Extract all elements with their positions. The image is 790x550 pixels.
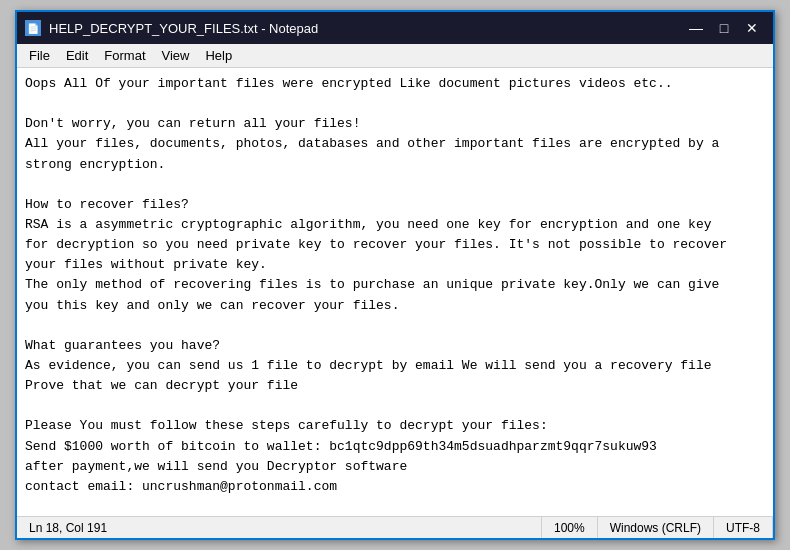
status-position: Ln 18, Col 191	[17, 517, 542, 538]
minimize-button[interactable]: —	[683, 17, 709, 39]
window-title: HELP_DECRYPT_YOUR_FILES.txt - Notepad	[49, 21, 318, 36]
file-content: Oops All Of your important files were en…	[25, 74, 765, 516]
maximize-button[interactable]: □	[711, 17, 737, 39]
app-icon: 📄	[25, 20, 41, 36]
title-bar-left: 📄 HELP_DECRYPT_YOUR_FILES.txt - Notepad	[25, 20, 318, 36]
status-zoom: 100%	[542, 517, 598, 538]
status-encoding: UTF-8	[714, 517, 773, 538]
close-button[interactable]: ✕	[739, 17, 765, 39]
menu-bar: File Edit Format View Help	[17, 44, 773, 68]
status-line-ending: Windows (CRLF)	[598, 517, 714, 538]
menu-edit[interactable]: Edit	[58, 46, 96, 65]
title-bar: 📄 HELP_DECRYPT_YOUR_FILES.txt - Notepad …	[17, 12, 773, 44]
title-bar-controls: — □ ✕	[683, 17, 765, 39]
menu-format[interactable]: Format	[96, 46, 153, 65]
notepad-window: 📄 HELP_DECRYPT_YOUR_FILES.txt - Notepad …	[15, 10, 775, 540]
menu-view[interactable]: View	[154, 46, 198, 65]
status-bar: Ln 18, Col 191 100% Windows (CRLF) UTF-8	[17, 516, 773, 538]
text-editor[interactable]: Oops All Of your important files were en…	[17, 68, 773, 516]
menu-help[interactable]: Help	[197, 46, 240, 65]
menu-file[interactable]: File	[21, 46, 58, 65]
